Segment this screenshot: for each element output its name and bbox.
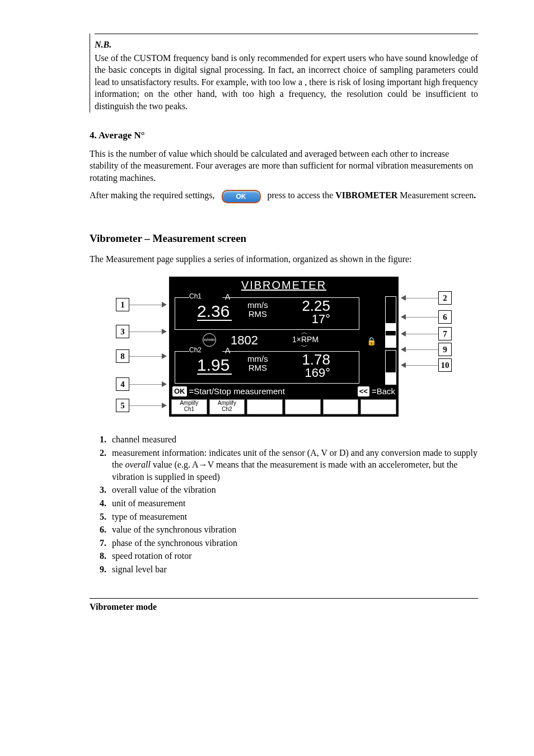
callout-3: 3: [116, 325, 129, 338]
callout-9: 9: [438, 343, 452, 356]
vibrometer-figure: 1 3 8 4 5 2 6 7 9 10 VIBROMETER Ch: [116, 277, 452, 417]
callout-7: 7: [438, 327, 452, 340]
device-screen: VIBROMETER Ch1 A 2.36 mm/s RMS 2.25 17°: [169, 277, 399, 417]
softkey-row: AmplifyCh1 AmplifyCh2: [169, 398, 399, 414]
callout-1: 1: [116, 298, 129, 311]
nb-title: N.B.: [95, 39, 478, 51]
after-settings-para: After making the required settings, OK p…: [90, 189, 478, 203]
vibrometer-bold: VIBROMETER: [335, 190, 397, 200]
legend-3: 3.overall value of the vibration: [100, 484, 478, 496]
rpm-icon: n/min: [203, 333, 216, 347]
ch2-unit: mm/s: [247, 354, 268, 363]
legend-4: 4.unit of measurement: [100, 497, 478, 510]
ch1-sync-value: 2.25: [291, 298, 330, 313]
legend-1: 1.channel measured: [100, 433, 478, 446]
after-settings-pre: After making the required settings,: [90, 190, 217, 200]
ch2-type: RMS: [247, 363, 268, 372]
nb-body: Use of the CUSTOM frequency band is only…: [95, 52, 478, 113]
ch2-label: Ch2: [189, 346, 202, 354]
legend-7: 7.phase of the synchronous vibration: [100, 537, 478, 549]
legend-2: 2. measurement information: indicates un…: [100, 447, 478, 483]
mid-level-bar: [385, 323, 396, 348]
help-ok-key: OK: [172, 386, 187, 396]
ch2-sync-value: 1.78: [291, 352, 330, 367]
legend-5: 5.type of measurement: [100, 511, 478, 523]
softkey-3[interactable]: [247, 399, 283, 414]
ch2-conversion: A: [225, 346, 230, 356]
callout-10: 10: [438, 358, 452, 372]
after-settings-post: press to access the: [268, 190, 336, 200]
ok-button-graphic: OK: [222, 190, 261, 203]
ch1-overall: 2.36: [197, 303, 232, 321]
avg-n-body: This is the number of value which should…: [90, 148, 478, 184]
softkey-6[interactable]: [360, 399, 396, 414]
legend-6: 6.value of the synchronous vibration: [100, 524, 478, 536]
help-back-key: <<: [358, 386, 369, 396]
ch2-level-bar: [385, 350, 396, 385]
softkey-4[interactable]: [285, 399, 321, 414]
callout-6: 6: [438, 310, 452, 324]
rpm-value: 1802: [231, 332, 258, 349]
ch2-overall: 1.95: [197, 357, 232, 375]
callout-8: 8: [116, 349, 129, 363]
softkey-5[interactable]: [323, 399, 359, 414]
screen-intro: The Measurement page supplies a series o…: [90, 253, 478, 265]
ch1-block: Ch1 A 2.36 mm/s RMS 2.25 17°: [169, 295, 399, 331]
footer: Vibrometer mode: [90, 598, 478, 613]
rpm-row: n/min 1802 ︿ 1×RPM ﹀ 🔒: [175, 331, 393, 349]
legend-8: 8.speed rotation of rotor: [100, 550, 478, 562]
ch2-sync-phase: 169°: [291, 367, 330, 379]
avg-n-heading: 4. Average N°: [90, 129, 478, 142]
ch1-type: RMS: [247, 310, 268, 319]
callout-2: 2: [438, 291, 452, 305]
ch2-block: Ch2 A 1.95 mm/s RMS 1.78 169°: [169, 349, 399, 385]
legend-list: 1.channel measured 2. measurement inform…: [100, 433, 478, 576]
device-title: VIBROMETER: [169, 277, 399, 295]
callout-5: 5: [116, 399, 129, 412]
ch1-sync-phase: 17°: [291, 313, 330, 325]
softkey-amplify-ch1[interactable]: AmplifyCh1: [171, 399, 207, 414]
screen-heading: Vibrometer – Measurement screen: [90, 231, 478, 246]
help-row: OK =Start/Stop measurement << =Back: [169, 385, 399, 398]
callout-4: 4: [116, 377, 129, 391]
softkey-amplify-ch2[interactable]: AmplifyCh2: [209, 399, 245, 414]
after-settings-tail: Measurement screen: [400, 190, 474, 200]
lock-icon: 🔒: [367, 336, 376, 347]
help-back-text: =Back: [372, 386, 395, 397]
ch1-conversion: A: [225, 292, 230, 302]
legend-9: 9. signal level bar: [100, 563, 478, 576]
ch1-label: Ch1: [189, 292, 202, 301]
arrow-icon: →: [199, 460, 208, 469]
help-ok-text: =Start/Stop measurement: [189, 386, 285, 397]
ch1-unit: mm/s: [247, 301, 268, 310]
